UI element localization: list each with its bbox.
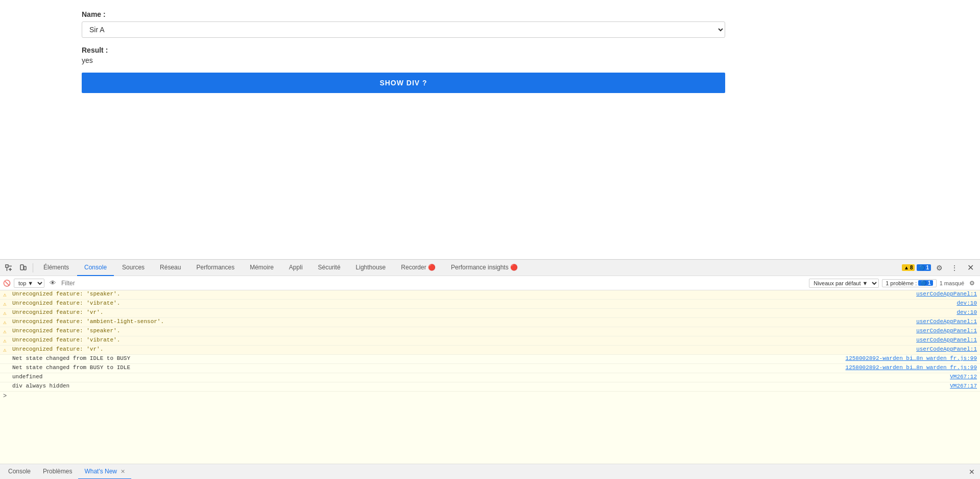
console-line-link[interactable]: userCodeAppPanel:1 (911, 337, 977, 343)
warning-triangle-icon: ▲ (904, 265, 909, 270)
console-line-link[interactable]: userCodeAppPanel:1 (911, 346, 977, 352)
warning-badge: ▲ 8 (902, 264, 915, 271)
console-line: Net state changed from BUSY to IDLE 1258… (0, 364, 980, 373)
tab-sources[interactable]: Sources (115, 260, 152, 276)
console-line-text: div always hidden (12, 383, 945, 389)
warning-icon: ⚠ (3, 347, 10, 353)
console-output[interactable]: ⚠ Unrecognized feature: 'speaker'. userC… (0, 290, 980, 464)
console-line-link[interactable]: dev:10 (951, 309, 977, 315)
whats-new-close-icon[interactable]: ✕ (121, 468, 125, 474)
tab-reseau[interactable]: Réseau (153, 260, 188, 276)
devtools-bottom-bar: Console Problèmes What's New ✕ ✕ (0, 464, 980, 479)
close-bottom-panel-button[interactable]: ✕ (966, 466, 978, 478)
info-badge: 🔵 1 (917, 264, 931, 271)
issue-num-badge: 🔵 1 (918, 280, 933, 286)
console-line-link[interactable]: userCodeAppPanel:1 (911, 291, 977, 297)
console-line-text: Unrecognized feature: 'ambient-light-sen… (12, 318, 911, 325)
result-label: Result : (82, 46, 898, 54)
console-filter-bar: 🚫 top ▼ 👁 Niveaux par défaut ▼ 1 problèm… (0, 276, 980, 290)
name-select-wrapper: Sir A Sir B Sir C (82, 21, 898, 38)
tab-elements[interactable]: Éléments (36, 260, 76, 276)
bottom-tab-whats-new[interactable]: What's New ✕ (78, 464, 131, 480)
warning-count: 8 (910, 265, 913, 270)
svg-rect-5 (20, 265, 23, 270)
issue-badge[interactable]: 1 problème : 🔵 1 (882, 279, 937, 287)
console-line: ⚠ Unrecognized feature: 'speaker'. userC… (0, 290, 980, 300)
tab-console[interactable]: Console (77, 260, 114, 276)
result-value: yes (82, 56, 898, 64)
console-line-text: Unrecognized feature: 'vibrate'. (12, 300, 951, 306)
name-label: Name : (82, 10, 898, 18)
console-line-link[interactable]: VM267:17 (945, 383, 977, 389)
levels-dropdown[interactable]: Niveaux par défaut ▼ (809, 279, 879, 288)
svg-rect-6 (24, 266, 26, 270)
console-line: undefined VM267:12 (0, 373, 980, 382)
device-toolbar-button[interactable] (16, 262, 30, 273)
console-line-link[interactable]: userCodeAppPanel:1 (911, 318, 977, 325)
more-options-button[interactable]: ⋮ (948, 262, 961, 274)
console-line: ⚠ Unrecognized feature: 'ambient-light-s… (0, 318, 980, 327)
prompt-gt-symbol: > (3, 393, 7, 400)
warning-icon: ⚠ (3, 328, 10, 335)
console-line: ⚠ Unrecognized feature: 'vr'. dev:10 (0, 309, 980, 318)
bottom-tab-problemes[interactable]: Problèmes (37, 464, 78, 480)
tab-recorder[interactable]: Recorder 🔴 (394, 260, 443, 276)
toolbar-right-controls: ▲ 8 🔵 1 ⚙ ⋮ ✕ (902, 262, 978, 274)
close-devtools-button[interactable]: ✕ (963, 262, 978, 273)
inspect-element-button[interactable] (2, 262, 15, 273)
console-line-text: Net state changed from BUSY to IDLE (12, 364, 841, 371)
console-line-text: Net state changed from IDLE to BUSY (12, 355, 841, 361)
console-line-text: Unrecognized feature: 'vibrate'. (12, 337, 911, 343)
warning-icon: ⚠ (3, 301, 10, 307)
console-line-text: Unrecognized feature: 'speaker'. (12, 328, 911, 334)
tab-appli[interactable]: Appli (282, 260, 310, 276)
tab-performances[interactable]: Performances (189, 260, 242, 276)
console-line: Net state changed from IDLE to BUSY 1258… (0, 355, 980, 364)
tab-performance-insights[interactable]: Performance insights 🔴 (444, 260, 525, 276)
console-block-icon: 🚫 (3, 280, 11, 287)
devtools-toolbar: Éléments Console Sources Réseau Performa… (0, 260, 980, 276)
console-line-text: undefined (12, 374, 945, 380)
warning-icon: ⚠ (3, 319, 10, 326)
main-page: Name : Sir A Sir B Sir C Result : yes SH… (0, 0, 980, 259)
settings-button[interactable]: ⚙ (933, 262, 946, 274)
console-line-link[interactable]: 1258002892-warden bi…8n warden fr.js:99 (841, 364, 977, 371)
issue-label: 1 problème : (886, 280, 917, 286)
console-prompt-line: > (0, 392, 980, 401)
console-line: ⚠ Unrecognized feature: 'speaker'. userC… (0, 327, 980, 336)
name-select[interactable]: Sir A Sir B Sir C (82, 21, 725, 38)
console-line: ⚠ Unrecognized feature: 'vibrate'. userC… (0, 336, 980, 346)
devtools-panel: Éléments Console Sources Réseau Performa… (0, 259, 980, 479)
info-icon: 🔵 (919, 265, 925, 270)
toolbar-separator-1 (33, 263, 33, 272)
console-gear-button[interactable]: ⚙ (967, 279, 977, 288)
console-line-link[interactable]: VM267:12 (945, 374, 977, 380)
console-line-link[interactable]: dev:10 (951, 300, 977, 306)
console-line: ⚠ Unrecognized feature: 'vr'. userCodeAp… (0, 346, 980, 355)
bottom-tab-console[interactable]: Console (2, 464, 37, 480)
warning-icon: ⚠ (3, 310, 10, 316)
filter-input[interactable] (61, 280, 432, 287)
console-line-text: Unrecognized feature: 'vr'. (12, 346, 911, 352)
context-selector[interactable]: top ▼ (14, 279, 44, 288)
console-line: ⚠ Unrecognized feature: 'vibrate'. dev:1… (0, 300, 980, 309)
warning-icon: ⚠ (3, 291, 10, 298)
whats-new-label: What's New (84, 468, 117, 475)
masked-label: 1 masqué (940, 280, 964, 286)
warning-icon: ⚠ (3, 337, 10, 344)
tab-securite[interactable]: Sécurité (311, 260, 348, 276)
hide-messages-button[interactable]: 👁 (47, 278, 58, 288)
show-div-button[interactable]: SHOW DIV ? (82, 73, 725, 93)
svg-rect-0 (6, 265, 8, 267)
console-line-text: Unrecognized feature: 'vr'. (12, 309, 951, 315)
console-line-link[interactable]: userCodeAppPanel:1 (911, 328, 977, 334)
console-line-link[interactable]: 1258002892-warden bi…8n warden fr.js:99 (841, 355, 977, 361)
console-line: div always hidden VM267:17 (0, 382, 980, 392)
console-line-text: Unrecognized feature: 'speaker'. (12, 291, 911, 297)
tab-memoire[interactable]: Mémoire (243, 260, 281, 276)
tab-lighthouse[interactable]: Lighthouse (349, 260, 393, 276)
info-count: 1 (926, 265, 929, 270)
